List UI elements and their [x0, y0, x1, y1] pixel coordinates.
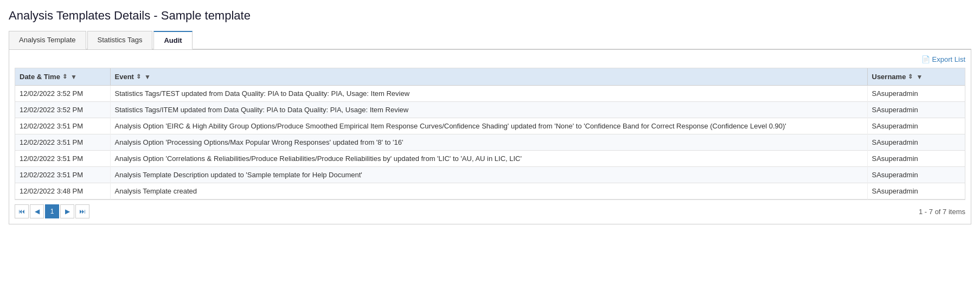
pager-first-button[interactable]: ⏮: [15, 204, 29, 218]
cell-event: Statistics Tags/TEST updated from Data Q…: [110, 86, 867, 102]
username-sort-icon[interactable]: ⇕: [908, 73, 913, 80]
cell-datetime: 12/02/2022 3:52 PM: [15, 86, 110, 102]
cell-event: Statistics Tags/ITEM updated from Data Q…: [110, 102, 867, 118]
cell-datetime: 12/02/2022 3:51 PM: [15, 167, 110, 183]
cell-datetime: 12/02/2022 3:51 PM: [15, 118, 110, 134]
cell-event: Analysis Option 'Correlations & Reliabil…: [110, 151, 867, 167]
table-row: 12/02/2022 3:48 PMAnalysis Template crea…: [15, 183, 965, 199]
col-header-datetime[interactable]: Date & Time ⇕ ▼: [15, 68, 110, 86]
col-datetime-label: Date & Time: [20, 73, 60, 81]
cell-username: SAsuperadmin: [867, 183, 965, 199]
table-header-row: Date & Time ⇕ ▼ Event ⇕ ▼: [15, 68, 965, 86]
cell-event: Analysis Template Description updated to…: [110, 167, 867, 183]
col-event-label: Event: [115, 73, 134, 81]
audit-panel: 📄 Export List Date & Time ⇕ ▼: [9, 50, 971, 224]
tab-analysis-template[interactable]: Analysis Template: [9, 31, 86, 49]
page-title: Analysis Templates Details - Sample temp…: [9, 9, 971, 23]
table-row: 12/02/2022 3:52 PMStatistics Tags/ITEM u…: [15, 102, 965, 118]
pager: ⏮ ◀ 1 ▶ ⏭: [15, 204, 89, 218]
datetime-filter-icon[interactable]: ▼: [71, 73, 77, 81]
datetime-sort-icon[interactable]: ⇕: [62, 73, 67, 80]
col-header-username[interactable]: Username ⇕ ▼: [867, 68, 965, 86]
audit-table-body: 12/02/2022 3:52 PMStatistics Tags/TEST u…: [15, 86, 965, 199]
cell-event: Analysis Option 'EIRC & High Ability Gro…: [110, 118, 867, 134]
col-username-label: Username: [872, 73, 906, 81]
username-filter-icon[interactable]: ▼: [916, 73, 923, 81]
table-row: 12/02/2022 3:51 PMAnalysis Option 'Proce…: [15, 134, 965, 151]
pagination: ⏮ ◀ 1 ▶ ⏭ 1 - 7 of 7 items: [15, 204, 965, 218]
cell-username: SAsuperadmin: [867, 167, 965, 183]
export-list-button[interactable]: 📄 Export List: [921, 55, 965, 63]
cell-datetime: 12/02/2022 3:51 PM: [15, 134, 110, 151]
cell-username: SAsuperadmin: [867, 86, 965, 102]
table-row: 12/02/2022 3:52 PMStatistics Tags/TEST u…: [15, 86, 965, 102]
pager-next-button[interactable]: ▶: [60, 204, 74, 218]
audit-table-wrap: Date & Time ⇕ ▼ Event ⇕ ▼: [15, 68, 965, 200]
cell-datetime: 12/02/2022 3:48 PM: [15, 183, 110, 199]
pager-page-1-button[interactable]: 1: [45, 204, 59, 218]
table-row: 12/02/2022 3:51 PMAnalysis Option 'Corre…: [15, 151, 965, 167]
table-row: 12/02/2022 3:51 PMAnalysis Template Desc…: [15, 167, 965, 183]
export-icon: 📄: [921, 55, 930, 63]
items-count: 1 - 7 of 7 items: [919, 208, 965, 216]
cell-event: Analysis Option 'Processing Options/Max …: [110, 134, 867, 151]
tab-statistics-tags[interactable]: Statistics Tags: [87, 31, 153, 49]
cell-datetime: 12/02/2022 3:52 PM: [15, 102, 110, 118]
cell-username: SAsuperadmin: [867, 134, 965, 151]
cell-event: Analysis Template created: [110, 183, 867, 199]
tab-bar: Analysis Template Statistics Tags Audit: [9, 30, 971, 50]
event-sort-icon[interactable]: ⇕: [136, 73, 141, 80]
tab-audit[interactable]: Audit: [153, 31, 192, 49]
cell-username: SAsuperadmin: [867, 151, 965, 167]
pager-last-button[interactable]: ⏭: [75, 204, 89, 218]
export-label: Export List: [932, 55, 965, 63]
event-filter-icon[interactable]: ▼: [144, 73, 151, 81]
cell-datetime: 12/02/2022 3:51 PM: [15, 151, 110, 167]
col-header-event[interactable]: Event ⇕ ▼: [110, 68, 867, 86]
table-row: 12/02/2022 3:51 PMAnalysis Option 'EIRC …: [15, 118, 965, 134]
cell-username: SAsuperadmin: [867, 102, 965, 118]
pager-prev-button[interactable]: ◀: [30, 204, 44, 218]
audit-table: Date & Time ⇕ ▼ Event ⇕ ▼: [15, 68, 965, 199]
toolbar: 📄 Export List: [15, 55, 965, 63]
cell-username: SAsuperadmin: [867, 118, 965, 134]
